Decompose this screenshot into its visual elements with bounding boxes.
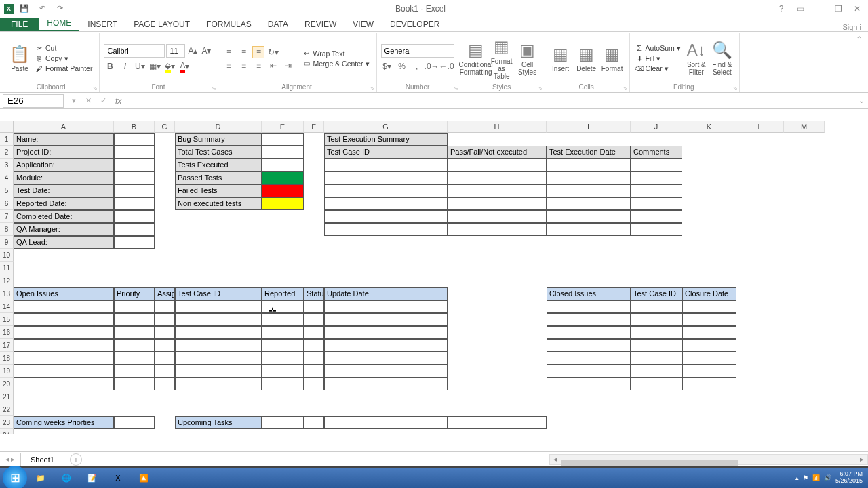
cell[interactable]: Assigned — [155, 287, 175, 300]
tab-file[interactable]: FILE — [0, 18, 39, 31]
cell[interactable] — [14, 365, 114, 378]
cell[interactable] — [304, 352, 324, 365]
conditional-formatting-button[interactable]: ▤Conditional Formatting — [465, 37, 488, 80]
cell[interactable] — [262, 184, 304, 197]
cell[interactable] — [547, 365, 631, 378]
cell[interactable] — [631, 184, 682, 197]
cell[interactable] — [262, 352, 304, 365]
decrease-decimal-button[interactable]: ←.0 — [441, 60, 453, 73]
row-header-2[interactable]: 2 — [0, 146, 14, 159]
cell[interactable] — [14, 352, 114, 365]
row-header-11[interactable]: 11 — [0, 262, 14, 274]
cell[interactable] — [324, 352, 448, 365]
add-sheet-button[interactable]: + — [70, 453, 82, 466]
cell[interactable] — [682, 300, 736, 313]
cancel-formula-button[interactable]: ✕ — [81, 94, 96, 108]
help-button[interactable]: ? — [774, 2, 788, 16]
cell[interactable] — [631, 210, 682, 223]
row-header-1[interactable]: 1 — [0, 133, 14, 146]
increase-indent-button[interactable]: ⇥ — [282, 60, 294, 72]
cell[interactable]: Test Case ID — [324, 146, 448, 159]
maximize-button[interactable]: ❐ — [831, 2, 845, 16]
cell[interactable]: Reported — [262, 287, 304, 300]
cell[interactable] — [114, 159, 155, 171]
cell[interactable] — [547, 300, 631, 313]
cell[interactable] — [448, 210, 547, 223]
cell[interactable] — [114, 197, 155, 210]
cell[interactable] — [547, 378, 631, 390]
copy-button[interactable]: ⎘Copy ▾ — [34, 54, 94, 63]
col-header-C[interactable]: C — [155, 121, 175, 133]
col-header-M[interactable]: M — [784, 121, 825, 133]
cell[interactable] — [14, 378, 114, 390]
align-bottom-button[interactable]: ≡ — [252, 46, 264, 58]
cell[interactable]: Upcoming Tasks — [175, 416, 262, 429]
row-header-4[interactable]: 4 — [0, 171, 14, 184]
cell[interactable] — [175, 352, 262, 365]
row-header-16[interactable]: 16 — [0, 326, 14, 339]
cell[interactable] — [631, 313, 682, 326]
row-header-19[interactable]: 19 — [0, 365, 14, 378]
cell[interactable] — [324, 171, 448, 184]
cell[interactable] — [155, 300, 175, 313]
cell[interactable] — [682, 365, 736, 378]
insert-cells-button[interactable]: ▦Insert — [549, 37, 572, 80]
cell[interactable] — [14, 326, 114, 339]
cell[interactable] — [114, 223, 155, 236]
cell[interactable] — [547, 197, 631, 210]
font-size-input[interactable] — [166, 44, 185, 58]
align-right-button[interactable]: ≡ — [252, 60, 264, 72]
sheet-tab-sheet1[interactable]: Sheet1 — [20, 453, 64, 466]
row-header-7[interactable]: 7 — [0, 210, 14, 223]
cell-styles-button[interactable]: ▣Cell Styles — [516, 37, 539, 80]
cell[interactable] — [631, 326, 682, 339]
sign-in-link[interactable]: Sign i — [842, 23, 868, 31]
cell[interactable] — [324, 378, 448, 390]
cell[interactable]: Application: — [14, 159, 114, 171]
cell[interactable] — [324, 300, 448, 313]
redo-button[interactable]: ↷ — [53, 2, 66, 16]
border-button[interactable]: ▦▾ — [149, 60, 161, 73]
cell[interactable] — [324, 197, 448, 210]
cell[interactable] — [155, 339, 175, 352]
cell[interactable]: Closure Date — [682, 287, 736, 300]
cell[interactable] — [631, 171, 682, 184]
decrease-font-button[interactable]: A▾ — [200, 45, 212, 57]
row-header-8[interactable]: 8 — [0, 223, 14, 236]
cell[interactable] — [262, 300, 304, 313]
row-header-10[interactable]: 10 — [0, 249, 14, 262]
col-header-H[interactable]: H — [448, 121, 547, 133]
cell[interactable] — [114, 313, 155, 326]
ribbon-options-button[interactable]: ▭ — [793, 2, 807, 16]
cell[interactable] — [448, 197, 547, 210]
cell[interactable] — [547, 210, 631, 223]
cell[interactable] — [324, 184, 448, 197]
tab-insert[interactable]: INSERT — [79, 18, 125, 31]
cell[interactable] — [262, 365, 304, 378]
cell[interactable] — [262, 171, 304, 184]
cell[interactable] — [114, 146, 155, 159]
paste-button[interactable]: 📋Paste — [8, 37, 31, 80]
cell[interactable] — [682, 313, 736, 326]
hscroll-right[interactable]: ▸ — [856, 455, 867, 464]
row-header-13[interactable]: 13 — [0, 287, 14, 300]
minimize-button[interactable]: — — [812, 2, 826, 16]
cell[interactable] — [448, 416, 547, 429]
col-header-A[interactable]: A — [14, 121, 114, 133]
cell[interactable]: Completed Date: — [14, 210, 114, 223]
row-headers[interactable]: 123456789101112131415161718192021222324 — [0, 133, 14, 434]
row-header-15[interactable]: 15 — [0, 313, 14, 326]
percent-button[interactable]: % — [396, 60, 408, 73]
italic-button[interactable]: I — [119, 60, 131, 73]
cell[interactable] — [175, 378, 262, 390]
cell[interactable] — [262, 339, 304, 352]
excel-taskbar-button[interactable]: X — [106, 469, 130, 487]
tab-developer[interactable]: DEVELOPER — [382, 18, 448, 31]
cell[interactable] — [547, 339, 631, 352]
cell[interactable] — [175, 365, 262, 378]
wrap-text-button[interactable]: ↩Wrap Text — [301, 49, 370, 58]
font-color-button[interactable]: A▾ — [178, 60, 191, 73]
cell[interactable] — [324, 210, 448, 223]
cell[interactable]: Test Execution Date — [547, 146, 631, 159]
cell[interactable]: Project ID: — [14, 146, 114, 159]
